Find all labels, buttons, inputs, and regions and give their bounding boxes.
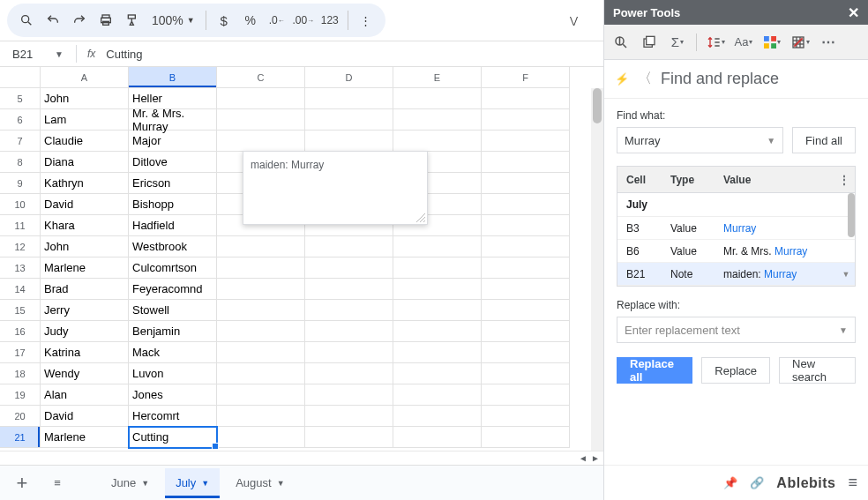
cell-A15[interactable]: Jerry [41, 300, 129, 321]
cell-C18[interactable] [217, 363, 305, 384]
cell-A19[interactable]: Alan [41, 384, 129, 406]
cell-C13[interactable] [217, 257, 305, 279]
cell-E15[interactable] [393, 300, 482, 321]
cell-D13[interactable] [305, 257, 393, 279]
row-header-12[interactable]: 12 [0, 236, 41, 257]
cell-E14[interactable] [393, 279, 482, 300]
tab-july[interactable]: July▼ [165, 468, 220, 498]
new-search-button[interactable]: New search [779, 357, 856, 384]
result-row-B21[interactable]: B21Notemaiden: Murray▼ [617, 263, 855, 286]
cell-B16[interactable]: Benjamin [129, 321, 217, 342]
cell-C15[interactable] [217, 300, 305, 321]
cell-A20[interactable]: David [41, 406, 129, 427]
cell-E18[interactable] [393, 363, 482, 384]
cell-B14[interactable]: Feyeracomnd [129, 279, 217, 300]
more-horiz-icon[interactable]: ⋯ [819, 33, 838, 52]
cell-E5[interactable] [393, 88, 482, 109]
cell-B7[interactable]: Major [129, 131, 217, 152]
zoom-dropdown[interactable]: 100%▼ [146, 13, 200, 27]
cell-B21[interactable]: Cutting [129, 427, 217, 448]
cell-D17[interactable] [305, 342, 393, 363]
pin-icon[interactable]: 📌 [723, 476, 737, 489]
tab-june[interactable]: June▼ [101, 468, 160, 498]
row-header-8[interactable]: 8 [0, 152, 41, 173]
tab-august[interactable]: August▼ [225, 468, 295, 498]
cell-C17[interactable] [217, 342, 305, 363]
results-group[interactable]: July [617, 193, 855, 217]
cell-F21[interactable] [482, 427, 570, 448]
toolbar-expand-icon[interactable]: ⋁ [561, 8, 586, 33]
cell-E16[interactable] [393, 321, 482, 342]
row-header-16[interactable]: 16 [0, 321, 41, 342]
replace-all-button[interactable]: Replace all [617, 357, 692, 384]
cell-F5[interactable] [482, 88, 570, 109]
cell-C6[interactable] [217, 109, 305, 131]
cell-E12[interactable] [393, 236, 482, 257]
formula-input[interactable]: Cutting [106, 48, 142, 61]
cell-C19[interactable] [217, 384, 305, 406]
col-header-A[interactable]: A [41, 67, 129, 88]
cell-D21[interactable] [305, 427, 393, 448]
more-vert-icon[interactable]: ⋮ [354, 8, 378, 33]
find-what-input[interactable]: Murray▼ [617, 127, 783, 153]
cell-B10[interactable]: Bishopp [129, 194, 217, 215]
cell-D5[interactable] [305, 88, 393, 109]
replace-input[interactable]: Enter replacement text▼ [617, 317, 856, 343]
cell-D16[interactable] [305, 321, 393, 342]
cell-D6[interactable] [305, 109, 393, 131]
grid[interactable]: ABCDEF5JohnHeller6LamMr. & Mrs. Murray7C… [0, 67, 603, 451]
cell-F13[interactable] [482, 257, 570, 279]
cell-F20[interactable] [482, 406, 570, 427]
close-icon[interactable]: ✕ [848, 4, 859, 21]
cell-B17[interactable]: Mack [129, 342, 217, 363]
cell-D19[interactable] [305, 384, 393, 406]
cell-F17[interactable] [482, 342, 570, 363]
cell-A21[interactable]: Marlene [41, 427, 129, 448]
cell-F15[interactable] [482, 300, 570, 321]
cell-C20[interactable] [217, 406, 305, 427]
col-header-E[interactable]: E [393, 67, 482, 88]
cell-F10[interactable] [482, 194, 570, 215]
row-header-13[interactable]: 13 [0, 257, 41, 279]
grid-color-icon[interactable]: ▾ [762, 33, 782, 52]
cell-A9[interactable]: Kathryn [41, 173, 129, 194]
undo-icon[interactable] [41, 8, 65, 33]
row-header-20[interactable]: 20 [0, 406, 41, 427]
cell-C7[interactable] [217, 131, 305, 152]
cell-A16[interactable]: Judy [41, 321, 129, 342]
cell-A18[interactable]: Wendy [41, 363, 129, 384]
cell-F9[interactable] [482, 173, 570, 194]
horizontal-scrollbar[interactable]: ◄► [0, 451, 603, 465]
cell-E7[interactable] [393, 131, 482, 152]
cell-B9[interactable]: Ericson [129, 173, 217, 194]
row-header-14[interactable]: 14 [0, 279, 41, 300]
cell-E17[interactable] [393, 342, 482, 363]
cell-F18[interactable] [482, 363, 570, 384]
cell-B11[interactable]: Hadfield [129, 215, 217, 236]
cell-F7[interactable] [482, 131, 570, 152]
col-header-D[interactable]: D [305, 67, 393, 88]
row-header-11[interactable]: 11 [0, 215, 41, 236]
cell-F11[interactable] [482, 215, 570, 236]
cell-B8[interactable]: Ditlove [129, 152, 217, 173]
row-header-6[interactable]: 6 [0, 109, 41, 131]
cell-A13[interactable]: Marlene [41, 257, 129, 279]
row-header-21[interactable]: 21 [0, 427, 41, 448]
bolt-icon[interactable]: ⚡ [615, 72, 629, 86]
cell-D15[interactable] [305, 300, 393, 321]
cell-A8[interactable]: Diana [41, 152, 129, 173]
cell-D14[interactable] [305, 279, 393, 300]
cell-E21[interactable] [393, 427, 482, 448]
cell-A11[interactable]: Khara [41, 215, 129, 236]
back-icon[interactable]: 〈 [638, 70, 652, 88]
cell-A6[interactable]: Lam [41, 109, 129, 131]
name-box[interactable]: B21▼ [7, 44, 69, 63]
add-sheet-button[interactable]: + [7, 470, 37, 496]
row-header-7[interactable]: 7 [0, 131, 41, 152]
cell-A14[interactable]: Brad [41, 279, 129, 300]
cell-F16[interactable] [482, 321, 570, 342]
cell-A7[interactable]: Claudie [41, 131, 129, 152]
smart-toolbar-icon[interactable] [611, 33, 631, 52]
row-header-15[interactable]: 15 [0, 300, 41, 321]
sigma-icon[interactable]: Σ▾ [668, 33, 687, 52]
